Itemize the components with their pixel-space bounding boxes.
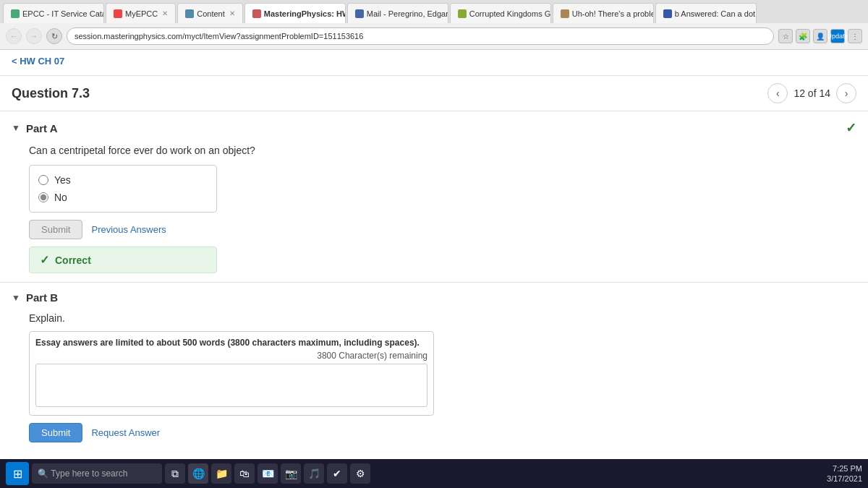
tab-masteringphysics[interactable]: MasteringPhysics: HW CH 07 ✕ (244, 3, 346, 23)
clock-time: 7:25 PM (827, 463, 862, 474)
part-a-question-text: Can a centripetal force ever do work on … (29, 145, 856, 156)
tab-label-corrupted: Corrupted Kingdoms Guide & W... (469, 9, 551, 18)
tab-uhoh[interactable]: Uh-oh! There's a problem with ... ✕ (553, 3, 654, 23)
part-a-label: Part A (26, 122, 58, 134)
taskbar-right: 7:25 PM 3/17/2021 (827, 463, 862, 484)
part-b-collapse-arrow[interactable]: ▼ (12, 293, 20, 303)
tab-favicon-mail (355, 9, 364, 18)
taskbar-app3[interactable]: 🎵 (304, 463, 324, 484)
tab-mail[interactable]: Mail - Peregrino, Edgar M. - Ou... ✕ (347, 3, 448, 23)
taskbar-store[interactable]: 🛍 (234, 463, 255, 484)
tab-label-myepcc: MyEPCC (125, 9, 158, 18)
tab-label-uhoh: Uh-oh! There's a problem with ... (572, 9, 654, 18)
option-no-label: No (54, 192, 67, 203)
option-no[interactable]: No (38, 189, 208, 206)
clock: 7:25 PM 3/17/2021 (827, 463, 862, 484)
page-content: < HW CH 07 Question 7.3 ‹ 12 of 14 › ▼ P… (0, 50, 868, 484)
pagination: ‹ 12 of 14 › (767, 83, 856, 103)
part-a-correct-badge: ✓ Correct (29, 247, 217, 273)
page-header: < HW CH 07 (0, 50, 868, 76)
part-b-label: Part B (26, 291, 58, 304)
search-icon: 🔍 (38, 468, 48, 479)
tab-close-myepcc[interactable]: ✕ (162, 9, 168, 17)
taskbar-app4[interactable]: ✔ (327, 463, 347, 484)
menu-button[interactable]: ⋮ (848, 29, 862, 43)
forward-button[interactable]: → (26, 28, 42, 44)
taskbar: ⊞ 🔍 Type here to search ⧉ 🌐 📁 🛍 📧 📷 🎵 ✔ … (0, 459, 868, 484)
radio-no[interactable] (38, 192, 48, 202)
part-b-header-left: ▼ Part B (12, 291, 58, 304)
part-a-prev-answers-link[interactable]: Previous Answers (91, 224, 166, 235)
part-a-section: ▼ Part A ✓ Can a centripetal force ever … (0, 111, 868, 283)
tab-favicon-content (185, 9, 194, 18)
radio-yes[interactable] (38, 175, 48, 185)
essay-textarea[interactable] (35, 364, 427, 407)
tab-label-content: Content (197, 9, 225, 18)
tab-favicon-masteringphysics (252, 9, 261, 18)
taskbar-search[interactable]: 🔍 Type here to search (32, 463, 162, 484)
tab-answered[interactable]: b Answered: Can a dot product e... ✕ (655, 3, 757, 23)
part-b-section: ▼ Part B Explain. Essay answers are limi… (0, 283, 868, 451)
part-a-header: ▼ Part A ✓ (12, 120, 856, 136)
next-question-button[interactable]: › (836, 83, 856, 103)
part-a-collapse-arrow[interactable]: ▼ (12, 123, 20, 133)
tab-label-epcc: EPCC - IT Service Catalog - Bla... (22, 9, 104, 18)
essay-hint: Essay answers are limited to about 500 w… (35, 338, 427, 348)
part-a-submit-row: Submit Previous Answers (29, 220, 856, 239)
tab-label-answered: b Answered: Can a dot product e... (675, 9, 757, 18)
hw-title[interactable]: < HW CH 07 (12, 56, 856, 67)
question-header: Question 7.3 ‹ 12 of 14 › (0, 76, 868, 111)
account-button[interactable]: 👤 (813, 29, 827, 43)
option-yes-label: Yes (54, 174, 71, 186)
tab-favicon-corrupted (458, 9, 467, 18)
tab-bar: EPCC - IT Service Catalog - Bla... ✕ MyE… (0, 0, 868, 23)
part-a-answer-options: Yes No (29, 165, 217, 213)
pagination-text: 12 of 14 (793, 87, 830, 99)
tab-label-masteringphysics: MasteringPhysics: HW CH 07 (264, 9, 346, 18)
part-a-header-left: ▼ Part A (12, 122, 58, 134)
taskbar-task-view[interactable]: ⧉ (165, 463, 185, 484)
correct-label: Correct (55, 254, 91, 266)
part-b-submit-button[interactable]: Submit (29, 423, 82, 442)
browser-actions: ☆ 🧩 👤 Update ⋮ (778, 29, 862, 43)
part-b-header: ▼ Part B (12, 291, 856, 304)
char-remaining: 3800 Character(s) remaining (35, 351, 427, 361)
reload-button[interactable]: ↻ (46, 28, 62, 44)
tab-favicon-myepcc (114, 9, 122, 18)
start-button[interactable]: ⊞ (6, 462, 29, 484)
taskbar-app2[interactable]: 📷 (281, 463, 301, 484)
tab-content[interactable]: Content ✕ (177, 3, 243, 23)
address-bar-row: ← → ↻ ☆ 🧩 👤 Update ⋮ (0, 23, 868, 49)
tab-favicon-answered (663, 9, 672, 18)
address-bar-input[interactable] (67, 27, 774, 45)
back-button[interactable]: ← (6, 28, 22, 44)
bookmark-button[interactable]: ☆ (778, 29, 793, 43)
part-b-submit-row: Submit Request Answer (29, 423, 856, 442)
taskbar-edge[interactable]: 🌐 (188, 463, 208, 484)
explain-text: Explain. (29, 312, 856, 324)
taskbar-app1[interactable]: 📧 (258, 463, 278, 484)
update-button[interactable]: Update (830, 29, 845, 43)
part-a-correct-checkmark: ✓ (846, 120, 856, 136)
taskbar-search-placeholder: Type here to search (51, 468, 127, 479)
taskbar-explorer[interactable]: 📁 (211, 463, 231, 484)
tab-myepcc[interactable]: MyEPCC ✕ (106, 3, 176, 23)
browser-chrome: EPCC - IT Service Catalog - Bla... ✕ MyE… (0, 0, 868, 50)
tab-favicon-uhoh (561, 9, 569, 18)
clock-date: 3/17/2021 (827, 474, 862, 484)
correct-check-icon: ✓ (40, 253, 49, 267)
essay-box: Essay answers are limited to about 500 w… (29, 331, 434, 416)
tab-label-mail: Mail - Peregrino, Edgar M. - Ou... (367, 9, 448, 18)
prev-question-button[interactable]: ‹ (767, 83, 788, 103)
extensions-button[interactable]: 🧩 (796, 29, 810, 43)
tab-close-content[interactable]: ✕ (229, 9, 235, 17)
tab-epcc[interactable]: EPCC - IT Service Catalog - Bla... ✕ (3, 3, 104, 23)
taskbar-app5[interactable]: ⚙ (350, 463, 370, 484)
tab-corrupted[interactable]: Corrupted Kingdoms Guide & W... ✕ (450, 3, 551, 23)
request-answer-link[interactable]: Request Answer (91, 427, 160, 438)
part-a-submit-button[interactable]: Submit (29, 220, 82, 239)
option-yes[interactable]: Yes (38, 171, 208, 189)
question-title: Question 7.3 (12, 86, 90, 101)
tab-favicon-epcc (11, 9, 20, 18)
